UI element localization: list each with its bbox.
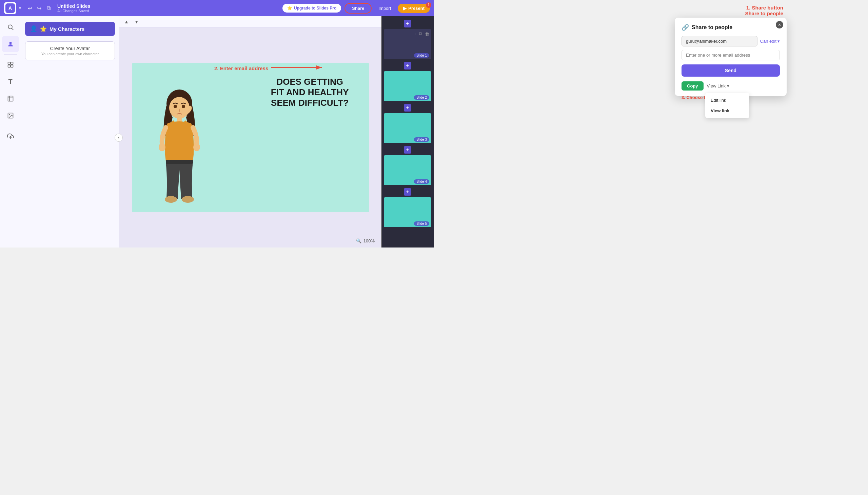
slide-delete-action[interactable]: 🗑	[424, 31, 430, 37]
slide-3-wrap: + Slide 3	[384, 103, 432, 143]
slide-add-action[interactable]: +	[413, 31, 417, 37]
svg-point-21	[182, 196, 194, 203]
add-icon-2: +	[404, 62, 411, 69]
topbar-actions: ⭐ Upgrade to Slides Pro Share Import ▶ P…	[283, 3, 430, 14]
slide-2-wrap: + Slide 2	[384, 61, 432, 101]
svg-point-19	[193, 143, 200, 151]
title-group: Untitled Slides All Changes Saved	[57, 3, 283, 13]
slide-1-wrap: + + ⧉ 🗑 Slide 1	[384, 19, 432, 59]
slide-5-label: Slide 5	[414, 221, 429, 226]
svg-point-20	[165, 196, 177, 203]
slide-2-label: Slide 2	[414, 95, 429, 100]
notification-badge: 1	[426, 2, 431, 8]
slide-thumb-2[interactable]: Slide 2	[384, 71, 431, 101]
slide-thumb-1[interactable]: + ⧉ 🗑 Slide 1	[384, 29, 431, 59]
svg-rect-4	[11, 62, 13, 65]
present-wrapper: ▶ Present 1	[398, 4, 430, 13]
slides-panel: + + ⧉ 🗑 Slide 1 + Slide 2 +	[381, 16, 434, 248]
sidebar-item-characters[interactable]	[2, 36, 19, 52]
upgrade-button[interactable]: ⭐ Upgrade to Slides Pro	[283, 4, 341, 13]
create-avatar-subtitle: You can create your own character	[30, 52, 110, 56]
slide-canvas: DOES GETTING FIT AND HEALTHY SEEM DIFFIC…	[132, 63, 369, 212]
undo-redo-group: ↩ ↪	[27, 4, 43, 13]
characters-panel-title: My Characters	[50, 26, 84, 32]
save-status: All Changes Saved	[57, 9, 283, 13]
sidebar-item-search[interactable]	[2, 19, 19, 35]
sidebar-item-text[interactable]: T	[2, 73, 19, 90]
slide-4-wrap: + Slide 4	[384, 145, 432, 185]
zoom-icon: 🔍	[356, 238, 361, 243]
sidebar-item-bg[interactable]	[2, 90, 19, 107]
import-button[interactable]: Import	[375, 4, 394, 13]
slide-4-label: Slide 4	[414, 180, 429, 184]
slide-add-before-4[interactable]: +	[384, 145, 431, 155]
document-title: Untitled Slides	[57, 3, 283, 9]
slide-add-before-5[interactable]: +	[384, 187, 431, 197]
sidebar-divider-2	[4, 126, 17, 126]
copy-button[interactable]: ⧉	[46, 4, 52, 13]
zoom-indicator: 🔍 100%	[356, 238, 375, 243]
add-icon-5: +	[404, 188, 411, 195]
search-icon	[7, 24, 14, 31]
nav-down-button[interactable]: ▼	[132, 18, 141, 26]
slide-5-wrap: + Slide 5	[384, 187, 432, 227]
canvas-nav: ▲ ▼	[122, 18, 141, 26]
share-button[interactable]: Share	[344, 3, 372, 14]
logo[interactable]: A	[4, 2, 16, 14]
svg-rect-6	[11, 65, 13, 67]
nav-up-button[interactable]: ▲	[122, 18, 131, 26]
slide-text-line3: SEEM DIFFICULT?	[271, 98, 349, 108]
characters-panel: 👤 🌟 My Characters Create Your Avatar You…	[21, 16, 119, 248]
slide-text-line1: DOES GETTING	[271, 76, 349, 87]
slide-1-label: Slide 1	[414, 53, 429, 58]
upload-icon	[7, 133, 14, 140]
canvas-toolbar: ▲ ▼	[119, 16, 381, 28]
redo-button[interactable]: ↪	[36, 4, 43, 13]
sidebar-divider	[4, 54, 17, 55]
slide-thumb-5[interactable]: Slide 5	[384, 197, 431, 227]
present-button[interactable]: ▶ Present	[398, 4, 430, 13]
app-dropdown-arrow[interactable]: ▾	[19, 6, 21, 11]
sidebar-item-objects[interactable]	[2, 57, 19, 73]
add-icon-4: +	[404, 146, 411, 154]
svg-point-0	[8, 25, 12, 29]
character-icon	[7, 41, 14, 48]
add-icon: +	[404, 20, 411, 28]
svg-point-14	[169, 97, 189, 119]
main-layout: T 👤 🌟 My Characters Create Your Avatar Y…	[0, 16, 434, 248]
zoom-value: 100%	[363, 238, 375, 243]
svg-rect-3	[8, 62, 10, 65]
upgrade-label: Upgrade to Slides Pro	[294, 6, 336, 11]
images-icon	[7, 112, 14, 119]
create-avatar-button[interactable]: Create Your Avatar You can create your o…	[25, 41, 115, 61]
objects-icon	[7, 62, 14, 68]
svg-point-15	[174, 105, 177, 108]
svg-rect-22	[166, 160, 193, 164]
slide-text-line2: FIT AND HEALTHY	[271, 87, 349, 98]
topbar: A ▾ ↩ ↪ ⧉ Untitled Slides All Changes Sa…	[0, 0, 434, 16]
slide-thumb-3[interactable]: Slide 3	[384, 113, 431, 143]
text-icon: T	[8, 78, 12, 86]
collapse-panel-button[interactable]: ‹	[115, 134, 123, 142]
sidebar-item-images[interactable]	[2, 107, 19, 124]
characters-panel-header: 👤 🌟 My Characters	[25, 22, 115, 36]
svg-point-16	[182, 105, 185, 108]
canvas-area: ▲ ▼ 2. Enter email address	[119, 16, 381, 248]
slide-3-label: Slide 3	[414, 137, 429, 142]
svg-rect-7	[8, 96, 13, 101]
background-icon	[7, 95, 14, 102]
create-avatar-title: Create Your Avatar	[30, 46, 110, 51]
slide-thumb-4[interactable]: Slide 4	[384, 155, 431, 185]
star-icon: ⭐	[287, 6, 292, 11]
slide-text-area: DOES GETTING FIT AND HEALTHY SEEM DIFFIC…	[271, 76, 349, 108]
svg-line-1	[12, 29, 13, 30]
slide-copy-action[interactable]: ⧉	[419, 31, 423, 37]
slide-add-before-1[interactable]: +	[384, 19, 431, 29]
slide-add-before-2[interactable]: +	[384, 61, 431, 70]
slide-add-before-3[interactable]: +	[384, 103, 431, 113]
svg-point-2	[9, 42, 12, 44]
undo-button[interactable]: ↩	[27, 4, 34, 13]
person-icon: 👤	[30, 25, 37, 33]
sidebar-item-upload[interactable]	[2, 128, 19, 144]
slide-1-actions: + ⧉ 🗑	[413, 31, 430, 37]
